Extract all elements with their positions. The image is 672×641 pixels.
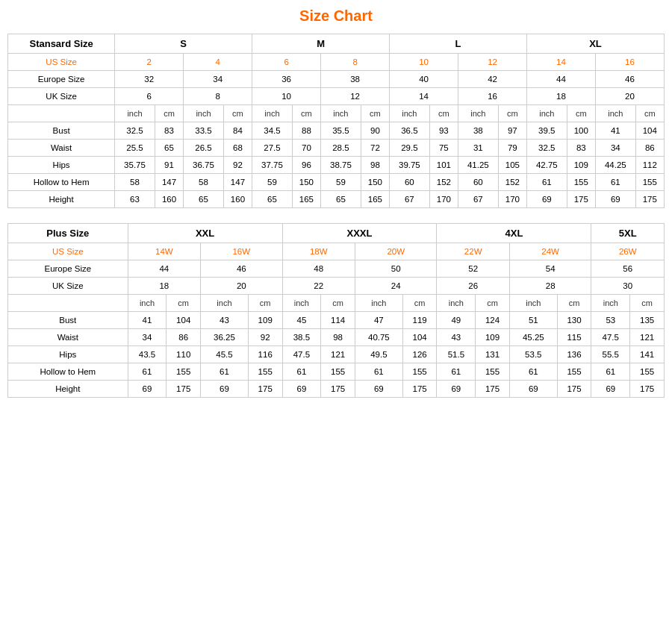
eu-38: 38 — [321, 71, 390, 88]
measurement-value: 69 — [128, 381, 167, 398]
measurement-value: 105 — [498, 157, 526, 174]
unit-cm-8: cm — [635, 105, 664, 122]
plus-unit-cm-2: cm — [248, 295, 282, 312]
measurement-value: 141 — [630, 346, 665, 363]
measurement-value: 69 — [437, 381, 476, 398]
plus-uk-28: 28 — [509, 278, 591, 295]
measurement-value: 109 — [476, 329, 510, 346]
measurement-value: 59 — [252, 174, 293, 191]
measurement-value: 65 — [321, 191, 361, 208]
eu-34: 34 — [184, 71, 252, 88]
measurement-value: 135 — [630, 312, 665, 329]
plus-uk-20: 20 — [201, 278, 283, 295]
plus-size-chart: Plus Size XXL XXXL 4XL 5XL US Size 14W 1… — [7, 223, 665, 398]
measurement-value: 175 — [248, 381, 282, 398]
measurement-value: 61 — [509, 363, 557, 381]
measurement-value: 55.5 — [591, 346, 630, 363]
unit-inch-4: inch — [321, 105, 361, 122]
unit-inch-6: inch — [458, 105, 499, 122]
measurement-value: 100 — [567, 122, 595, 140]
table-row: Hips35.759136.759237.759638.759839.75101… — [8, 157, 665, 174]
measurement-value: 121 — [630, 329, 665, 346]
measurement-value: 175 — [557, 381, 591, 398]
measurement-value: 175 — [476, 381, 510, 398]
us-size-12: 12 — [458, 54, 527, 71]
measurement-value: 61 — [201, 363, 249, 381]
measurement-value: 147 — [223, 174, 252, 191]
measurement-value: 65 — [155, 140, 183, 157]
measurement-value: 115 — [557, 329, 591, 346]
plus-unit-inch-6: inch — [509, 295, 557, 312]
4xl-header: 4XL — [437, 224, 591, 243]
measurement-value: 69 — [509, 381, 557, 398]
uk-size-label: UK Size — [8, 88, 115, 105]
measurement-label: Hips — [8, 346, 128, 363]
table-row: Height6917569175691756917569175691756917… — [8, 381, 665, 398]
measurement-value: 53.5 — [509, 346, 557, 363]
plus-unit-cm-3: cm — [321, 295, 355, 312]
plus-us-14w: 14W — [128, 243, 200, 260]
measurement-value: 58 — [184, 174, 224, 191]
measurement-value: 155 — [321, 363, 355, 381]
measurement-value: 38.75 — [321, 157, 361, 174]
measurement-value: 150 — [292, 174, 320, 191]
measurement-value: 104 — [167, 312, 201, 329]
measurement-value: 155 — [248, 363, 282, 381]
us-size-8: 8 — [321, 54, 390, 71]
measurement-value: 170 — [429, 191, 458, 208]
plus-size-header: Plus Size — [8, 224, 128, 243]
measurement-value: 53 — [591, 312, 630, 329]
measurement-value: 45 — [282, 312, 321, 329]
measurement-value: 110 — [167, 346, 201, 363]
standard-size-chart: Stansard Size S M L XL US Size 2 4 6 8 1… — [7, 34, 665, 208]
plus-unit-cm-5: cm — [476, 295, 510, 312]
measurement-value: 43.5 — [128, 346, 167, 363]
us-size-16: 16 — [595, 54, 664, 71]
measurement-value: 45.25 — [509, 329, 557, 346]
measurement-value: 130 — [557, 312, 591, 329]
uk-10: 10 — [252, 88, 321, 105]
measurement-value: 124 — [476, 312, 510, 329]
unit-inch-8: inch — [595, 105, 635, 122]
uk-14: 14 — [390, 88, 458, 105]
measurement-value: 155 — [476, 363, 510, 381]
plus-eu-56: 56 — [591, 260, 665, 278]
plus-table: Plus Size XXL XXXL 4XL 5XL US Size 14W 1… — [7, 223, 665, 398]
measurement-value: 41 — [595, 122, 635, 140]
measurement-value: 170 — [498, 191, 526, 208]
measurement-value: 104 — [635, 122, 664, 140]
measurement-value: 44.25 — [595, 157, 635, 174]
unit-cm-1: cm — [155, 105, 183, 122]
measurement-value: 45.5 — [201, 346, 249, 363]
uk-8: 8 — [184, 88, 252, 105]
plus-unit-inch-1: inch — [128, 295, 167, 312]
measurement-label: Hollow to Hem — [8, 174, 115, 191]
measurement-value: 49.5 — [355, 346, 402, 363]
unit-cm-5: cm — [429, 105, 458, 122]
plus-uk-22: 22 — [282, 278, 355, 295]
measurement-value: 34 — [128, 329, 167, 346]
measurement-value: 31 — [458, 140, 499, 157]
measurement-value: 38 — [458, 122, 499, 140]
measurement-value: 65 — [184, 191, 224, 208]
measurement-value: 155 — [635, 174, 664, 191]
measurement-label: Height — [8, 191, 115, 208]
plus-us-16w: 16W — [201, 243, 283, 260]
measurement-value: 136 — [557, 346, 591, 363]
plus-unit-inch-7: inch — [591, 295, 630, 312]
measurement-value: 69 — [201, 381, 249, 398]
measurement-label: Hollow to Hem — [8, 363, 128, 381]
measurement-value: 175 — [321, 381, 355, 398]
l-header: L — [390, 34, 527, 54]
uk-12: 12 — [321, 88, 390, 105]
xxxl-header: XXXL — [282, 224, 437, 243]
page-title: Size Chart — [7, 7, 665, 25]
measurement-value: 51 — [509, 312, 557, 329]
measurement-label: Waist — [8, 329, 128, 346]
measurement-value: 65 — [252, 191, 293, 208]
measurement-value: 92 — [248, 329, 282, 346]
table-row: Waist348636.259238.59840.751044310945.25… — [8, 329, 665, 346]
measurement-value: 61 — [595, 174, 635, 191]
eu-44: 44 — [527, 71, 596, 88]
unit-inch-7: inch — [527, 105, 567, 122]
